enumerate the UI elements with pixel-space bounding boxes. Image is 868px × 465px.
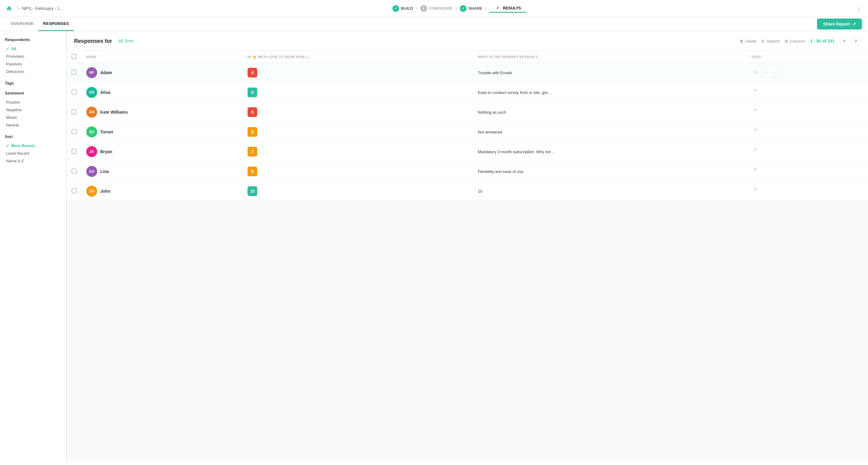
build-check-icon: ✓: [393, 5, 399, 12]
share-check-icon: ✓: [460, 5, 466, 12]
configure-number-icon: 2: [420, 5, 427, 12]
avatar: AN: [86, 107, 97, 118]
add-tag-button[interactable]: +: [751, 146, 760, 153]
respondent-name: Kate Williams: [100, 110, 128, 115]
content-area: Responses for All Time 🗑 Delete ⬇ Import…: [67, 31, 868, 462]
row-checkbox-cell: [67, 162, 82, 181]
next-page-button[interactable]: >: [851, 36, 861, 46]
add-tag-button[interactable]: +: [751, 87, 760, 94]
more-options-icon[interactable]: ⋮: [856, 5, 862, 12]
all-time-filter[interactable]: All Time: [118, 38, 133, 43]
breadcrumb-title: NPS - February - l...: [22, 6, 62, 11]
respondent-name: Adam: [100, 70, 112, 75]
sidebar-item-most-recent[interactable]: ✓ Most Recent: [5, 142, 61, 149]
add-tag-button[interactable]: +: [751, 126, 760, 134]
share-report-label: Share Report: [823, 22, 850, 26]
row-tags-cell: +: [746, 122, 868, 138]
add-tag-button[interactable]: +: [751, 186, 760, 193]
share-label: SHARE: [468, 6, 482, 11]
share-report-button[interactable]: Share Report ↗: [817, 19, 862, 29]
prev-page-button[interactable]: <: [839, 36, 849, 46]
score-badge: 5: [248, 107, 257, 117]
star-icon[interactable]: ☆: [765, 70, 769, 75]
sidebar-item-detractors-label: Detractors: [6, 69, 24, 74]
table-row: AR Alisa 9 Ease to conduct survey from u…: [67, 83, 868, 103]
results-check-icon: ✓: [494, 5, 501, 11]
row-checkbox[interactable]: [72, 70, 76, 75]
row-checkbox[interactable]: [72, 90, 76, 94]
imports-label: Imports: [767, 39, 780, 43]
wizard-step-share[interactable]: ✓ SHARE: [460, 5, 482, 12]
sidebar-item-all[interactable]: ✓ All: [5, 45, 61, 53]
sidebar-item-detractors[interactable]: Detractors: [5, 68, 61, 76]
tags-section-title: Tags: [5, 81, 61, 85]
responses-header: Responses for All Time 🗑 Delete ⬇ Import…: [67, 31, 868, 51]
wizard-steps: ✓ BUILD > 2 CONFIGURE > ✓ SHARE > ✓ RESU…: [63, 5, 856, 12]
row-checkbox[interactable]: [72, 129, 76, 134]
columns-icon: ⊞: [785, 39, 788, 43]
more-icon[interactable]: ···: [774, 70, 777, 75]
row-action-buttons: ☆ ···: [762, 67, 780, 78]
add-tag-button[interactable]: +: [751, 69, 760, 76]
select-all-checkbox[interactable]: [72, 54, 76, 59]
pagination-range: 1 - 50 of: [810, 38, 827, 43]
wizard-step-results-wrap: ✓ RESULTS: [490, 5, 526, 12]
sidebar-item-name-az[interactable]: Name A-Z: [5, 157, 61, 165]
columns-label: Columns: [790, 39, 805, 43]
row-checkbox[interactable]: [72, 188, 76, 193]
wizard-step-configure[interactable]: 2 CONFIGURE: [420, 5, 453, 12]
top-nav-right: ⋮: [856, 5, 862, 12]
row-checkbox[interactable]: [72, 149, 76, 154]
row-name-cell: HF Adam: [82, 63, 243, 83]
header-checkbox-cell: [67, 51, 82, 63]
row-checkbox[interactable]: [72, 109, 76, 114]
sub-nav: OVERVIEW RESPONSES Share Report ↗: [0, 17, 868, 31]
sidebar-item-positive[interactable]: Positive: [5, 98, 61, 106]
sidebar-item-passives[interactable]: Passives: [5, 60, 61, 68]
row-checkbox[interactable]: [72, 169, 76, 174]
table-row: AA Lisa 8 Flexibility and ease of use. +: [67, 162, 868, 181]
add-tag-button[interactable]: +: [751, 107, 760, 114]
table-row: SU Turner 8 Not answered +: [67, 122, 868, 142]
imports-button[interactable]: ⬇ Imports: [762, 39, 780, 43]
respondents-section-title: Respondents: [5, 37, 61, 42]
reason-text: Trouble with Emails: [478, 70, 512, 75]
sidebar-item-least-recent[interactable]: Least Recent: [5, 149, 61, 157]
home-icon[interactable]: [6, 5, 12, 11]
delete-button[interactable]: 🗑 Delete: [740, 39, 757, 43]
table-row: JO John 10 10 +: [67, 181, 868, 201]
tab-responses[interactable]: RESPONSES: [38, 17, 74, 31]
sentiment-section-title: Sentiment: [5, 91, 61, 95]
sidebar-item-least-recent-label: Least Recent: [6, 151, 29, 155]
sidebar-item-name-az-label: Name A-Z: [6, 158, 24, 163]
download-icon: ⬇: [762, 39, 765, 43]
row-checkbox-cell: [67, 181, 82, 201]
wizard-step-results[interactable]: ✓ RESULTS: [494, 5, 521, 11]
sidebar-item-mixed-label: Mixed: [6, 115, 17, 120]
tab-overview[interactable]: OVERVIEW: [6, 17, 38, 31]
row-reason-cell: Mandatory 3 month subscription. Why not …: [473, 142, 746, 162]
row-name-cell: AA Lisa: [82, 162, 243, 181]
action-divider: [771, 69, 771, 76]
row-name-cell: SU Turner: [82, 122, 243, 142]
header-question1: HI 👋 WE'D LOVE TO HEAR HOW L...: [243, 51, 473, 63]
avatar: AR: [86, 87, 97, 98]
results-label: RESULTS: [503, 6, 521, 10]
row-tags-cell: +: [746, 162, 868, 177]
trash-icon: 🗑: [740, 39, 743, 43]
sidebar-item-promoters[interactable]: Promoters: [5, 53, 61, 60]
respondent-name: Turner: [100, 129, 113, 134]
add-tag-button[interactable]: +: [751, 166, 760, 173]
pagination-total: 231: [828, 38, 835, 43]
sidebar-item-neutral[interactable]: Neutral: [5, 121, 61, 129]
row-tags-cell: +: [746, 142, 868, 157]
columns-button[interactable]: ⊞ Columns: [785, 39, 805, 43]
sidebar-item-mixed[interactable]: Mixed: [5, 114, 61, 121]
sidebar-item-negative-label: Negative: [6, 108, 22, 112]
respondent-name: Alisa: [100, 90, 110, 95]
responses-title: Responses for: [74, 38, 112, 45]
wizard-step-build[interactable]: ✓ BUILD: [393, 5, 413, 12]
results-underline: [490, 12, 526, 13]
check-icon-most-recent: ✓: [6, 143, 9, 148]
sidebar-item-negative[interactable]: Negative: [5, 106, 61, 114]
